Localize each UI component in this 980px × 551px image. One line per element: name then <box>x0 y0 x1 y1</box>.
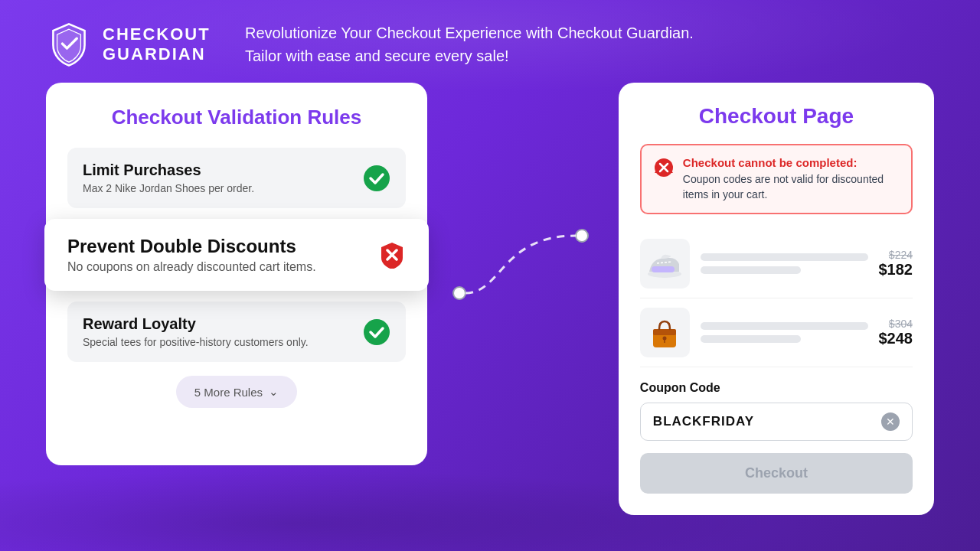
error-icon <box>654 158 674 181</box>
check-shield-icon <box>363 165 390 192</box>
error-message: Coupon codes are not valid for discounte… <box>683 172 899 202</box>
coupon-input[interactable] <box>653 414 881 429</box>
product-image-shoe <box>640 239 690 289</box>
checkout-button[interactable]: Checkout <box>640 453 913 494</box>
sale-price-shoe: $182 <box>879 261 913 279</box>
product-line-1 <box>701 253 868 261</box>
main-content: Checkout Validation Rules Limit Purchase… <box>0 83 980 515</box>
rule-text-limit-purchases: Limit Purchases Max 2 Nike Jordan Shoes … <box>83 161 254 194</box>
rule-text-reward-loyalty: Reward Loyalty Special tees for positive… <box>83 315 309 348</box>
svg-rect-10 <box>653 329 676 335</box>
product-line-3 <box>701 322 868 330</box>
coupon-label: Coupon Code <box>640 381 913 395</box>
error-banner: Checkout cannot be completed: Coupon cod… <box>640 144 913 214</box>
rule-card-prevent-double-discounts: Prevent Double Discounts No coupons on a… <box>44 219 429 291</box>
product-row-shoe: $224 $182 <box>640 230 913 298</box>
rule-title-prevent-double-discounts: Prevent Double Discounts <box>67 236 316 257</box>
product-line-2 <box>701 266 801 274</box>
product-details-bag <box>701 322 868 343</box>
product-line-4 <box>701 335 801 343</box>
more-rules-container: 5 More Rules ⌄ <box>67 376 406 408</box>
validation-rules-panel: Checkout Validation Rules Limit Purchase… <box>46 83 427 465</box>
svg-rect-8 <box>652 266 675 272</box>
more-rules-button[interactable]: 5 More Rules ⌄ <box>176 376 297 408</box>
rule-desc-limit-purchases: Max 2 Nike Jordan Shoes per order. <box>83 182 254 194</box>
svg-point-5 <box>576 230 588 242</box>
rule-card-reward-loyalty: Reward Loyalty Special tees for positive… <box>67 302 406 362</box>
checkout-page-title: Checkout Page <box>640 104 913 129</box>
rule-card-limit-purchases: Limit Purchases Max 2 Nike Jordan Shoes … <box>67 148 406 208</box>
header: CHECKOUT GUARDIAN Revolutionize Your Che… <box>0 0 980 83</box>
chevron-down-icon: ⌄ <box>269 385 279 399</box>
svg-point-3 <box>364 319 390 345</box>
product-details-shoe <box>701 253 868 274</box>
more-rules-label: 5 More Rules <box>194 386 263 399</box>
rule-desc-reward-loyalty: Special tees for positive-history custom… <box>83 336 309 348</box>
shoe-icon <box>645 245 684 283</box>
error-heading: Checkout cannot be completed: <box>683 156 899 169</box>
svg-point-4 <box>453 287 466 299</box>
product-row-bag: $304 $248 <box>640 298 913 367</box>
header-tagline: Revolutionize Your Checkout Experience w… <box>230 21 694 67</box>
checkout-button-label: Checkout <box>745 465 808 481</box>
connector-line <box>440 144 601 404</box>
sale-price-bag: $248 <box>879 330 913 347</box>
rule-text-prevent-double-discounts: Prevent Double Discounts No coupons on a… <box>67 236 316 274</box>
error-text: Checkout cannot be completed: Coupon cod… <box>683 156 899 202</box>
rule-title-limit-purchases: Limit Purchases <box>83 161 254 179</box>
logo-text: CHECKOUT GUARDIAN <box>103 24 211 65</box>
original-price-shoe: $224 <box>879 249 913 261</box>
logo-area: CHECKOUT GUARDIAN <box>46 21 214 67</box>
rule-title-reward-loyalty: Reward Loyalty <box>83 315 309 333</box>
coupon-clear-button[interactable]: ✕ <box>881 412 900 431</box>
rule-desc-prevent-double-discounts: No coupons on already discounted cart it… <box>67 260 316 274</box>
coupon-input-container[interactable]: ✕ <box>640 403 913 441</box>
shield-icon <box>46 21 92 67</box>
x-shield-icon <box>378 241 406 269</box>
bag-icon <box>645 314 684 352</box>
checkout-panel: Checkout Page Checkout cannot be complet… <box>619 83 934 515</box>
product-price-bag: $304 $248 <box>879 318 913 347</box>
product-price-shoe: $224 $182 <box>879 249 913 279</box>
check-shield-icon-2 <box>363 318 390 346</box>
original-price-bag: $304 <box>879 318 913 330</box>
product-image-bag <box>640 308 690 357</box>
svg-point-0 <box>364 165 390 191</box>
svg-point-11 <box>663 336 667 340</box>
validation-rules-title: Checkout Validation Rules <box>67 106 406 129</box>
